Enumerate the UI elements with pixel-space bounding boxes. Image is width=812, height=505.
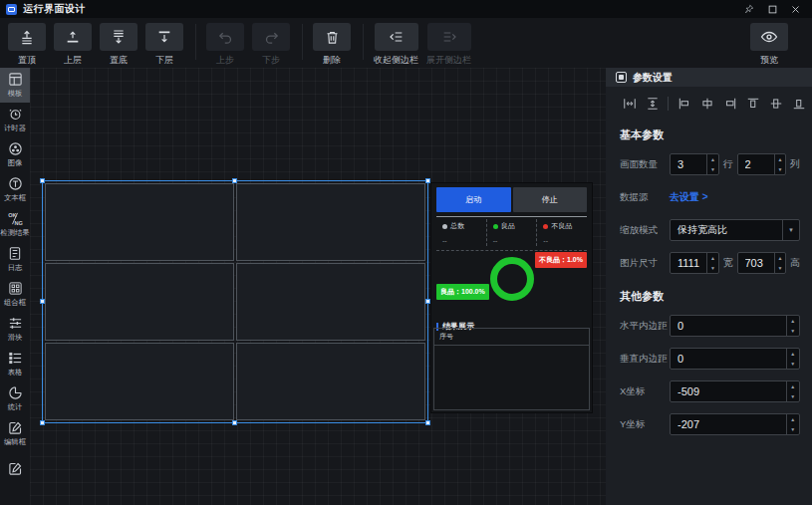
spinner-up-icon[interactable] [787, 316, 799, 326]
align-bottom-icon[interactable] [789, 95, 808, 113]
rows-input[interactable] [671, 154, 706, 174]
align-left-icon[interactable] [675, 95, 693, 113]
alignment-toolbar [606, 87, 812, 113]
sidebar-item-slider[interactable]: 滑块 [0, 312, 30, 347]
h-padding-spinner [786, 316, 799, 336]
height-input[interactable] [738, 253, 774, 273]
align-center-horizontal-icon[interactable] [697, 95, 716, 113]
spinner-up-icon[interactable] [707, 154, 717, 164]
design-canvas[interactable]: 启动 停止 总数 -- 良品 -- 不良品 -- 不良品：1.0% 良品：100… [30, 68, 606, 505]
send-to-back-button[interactable]: 置底 [100, 23, 137, 67]
image-grid-cell[interactable] [45, 183, 234, 261]
h-padding-stepper [670, 315, 800, 337]
sidebar-item-image[interactable]: 图像 [0, 137, 30, 172]
sidebar-item-editbox[interactable]: 编辑框 [0, 416, 30, 451]
component-sidebar: 模板 计时器 图像 文本框 OKNG 检测结果 日志 组合框 滑块 表格 统计 … [0, 68, 30, 505]
statistics-icon [8, 385, 23, 400]
v-padding-input[interactable] [671, 349, 786, 369]
spinner-up-icon[interactable] [775, 253, 785, 263]
result-table-header: 序号 [434, 329, 589, 346]
maximize-icon[interactable] [768, 5, 777, 14]
scale-mode-select[interactable]: 保持宽高比 [670, 219, 800, 241]
spinner-down-icon[interactable] [787, 326, 799, 336]
width-input[interactable] [671, 253, 706, 273]
collapse-sidebar-icon [389, 29, 405, 45]
image-grid-cell[interactable] [236, 263, 425, 341]
sidebar-item-timer[interactable]: 计时器 [0, 103, 30, 137]
other-params-section-title: 其他参数 [620, 289, 812, 304]
image-size-row: 图片尺寸 宽 高 [620, 252, 800, 274]
layer-down-button[interactable]: 下层 [145, 23, 183, 67]
height-unit: 高 [790, 256, 800, 270]
h-padding-row: 水平内边距 [620, 315, 800, 337]
resize-handle[interactable] [425, 420, 430, 425]
sidebar-item-table[interactable]: 表格 [0, 347, 30, 381]
resize-handle[interactable] [40, 299, 45, 304]
spinner-up-icon[interactable] [787, 349, 799, 359]
editbox-icon [8, 461, 23, 476]
resize-handle[interactable] [232, 420, 237, 425]
align-top-icon[interactable] [743, 95, 762, 113]
cols-unit: 列 [790, 157, 800, 171]
redo-button[interactable]: 下步 [252, 23, 290, 67]
preview-button[interactable]: 预览 [750, 23, 788, 67]
h-padding-input[interactable] [671, 316, 786, 336]
layer-up-button[interactable]: 上层 [54, 23, 92, 67]
stretch-vertical-icon[interactable] [643, 95, 662, 113]
selected-image-grid-widget[interactable] [42, 180, 428, 423]
image-grid-cell[interactable] [236, 343, 425, 420]
start-button[interactable]: 启动 [436, 187, 511, 212]
image-grid-cell[interactable] [236, 183, 425, 261]
datasource-settings-link[interactable]: 去设置 > [670, 190, 708, 204]
spinner-down-icon[interactable] [787, 424, 799, 434]
resize-handle[interactable] [40, 420, 45, 425]
total-dot-icon [442, 224, 447, 229]
sidebar-item-template[interactable]: 模板 [0, 68, 30, 103]
sidebar-item-statistics[interactable]: 统计 [0, 381, 30, 416]
collapse-sidebar-button[interactable]: 收起侧边栏 [374, 23, 418, 67]
expand-sidebar-button[interactable]: 展开侧边栏 [426, 23, 471, 67]
bring-to-front-button[interactable]: 置顶 [8, 23, 46, 67]
width-stepper [670, 252, 719, 274]
table-icon [8, 351, 23, 366]
image-grid-cell[interactable] [45, 343, 234, 420]
resize-handle[interactable] [40, 178, 45, 183]
spinner-down-icon[interactable] [787, 391, 799, 401]
delete-button[interactable]: 删除 [313, 23, 351, 67]
image-grid-cell[interactable] [45, 263, 234, 341]
spinner-up-icon[interactable] [787, 414, 799, 424]
runtime-control-panel-widget[interactable]: 启动 停止 总数 -- 良品 -- 不良品 -- 不良品：1.0% 良品：100… [430, 182, 593, 413]
sidebar-item-editbox-2[interactable] [0, 451, 30, 486]
layer-up-icon [65, 29, 81, 45]
resize-handle[interactable] [425, 178, 430, 183]
spinner-up-icon[interactable] [707, 253, 717, 263]
expand-sidebar-icon [441, 29, 457, 45]
sidebar-item-detect-result[interactable]: OKNG 检测结果 [0, 207, 30, 242]
sidebar-item-log[interactable]: 日志 [0, 242, 30, 277]
spinner-down-icon[interactable] [707, 164, 717, 174]
sidebar-item-combobox[interactable]: 组合框 [0, 277, 30, 312]
pin-icon[interactable] [744, 4, 754, 14]
sidebar-item-textbox[interactable]: 文本框 [0, 172, 30, 207]
resize-handle[interactable] [425, 299, 430, 304]
height-stepper [737, 252, 787, 274]
y-coord-input[interactable] [671, 414, 786, 434]
y-coord-row: Y坐标 [620, 413, 800, 435]
cols-input[interactable] [738, 154, 774, 174]
spinner-up-icon[interactable] [787, 381, 799, 391]
screen-count-row: 画面数量 行 列 [620, 153, 800, 175]
stretch-horizontal-icon[interactable] [620, 95, 639, 113]
close-icon[interactable] [791, 5, 800, 14]
align-center-vertical-icon[interactable] [766, 95, 785, 113]
spinner-down-icon[interactable] [775, 164, 785, 174]
align-right-icon[interactable] [720, 95, 739, 113]
spinner-down-icon[interactable] [707, 263, 717, 273]
stop-button[interactable]: 停止 [513, 187, 588, 212]
undo-button[interactable]: 上步 [206, 23, 244, 67]
spinner-down-icon[interactable] [775, 263, 785, 273]
spinner-up-icon[interactable] [775, 154, 785, 164]
resize-handle[interactable] [232, 178, 237, 183]
x-coord-input[interactable] [671, 381, 786, 401]
spinner-down-icon[interactable] [787, 359, 799, 369]
basic-params-section-title: 基本参数 [620, 127, 812, 142]
